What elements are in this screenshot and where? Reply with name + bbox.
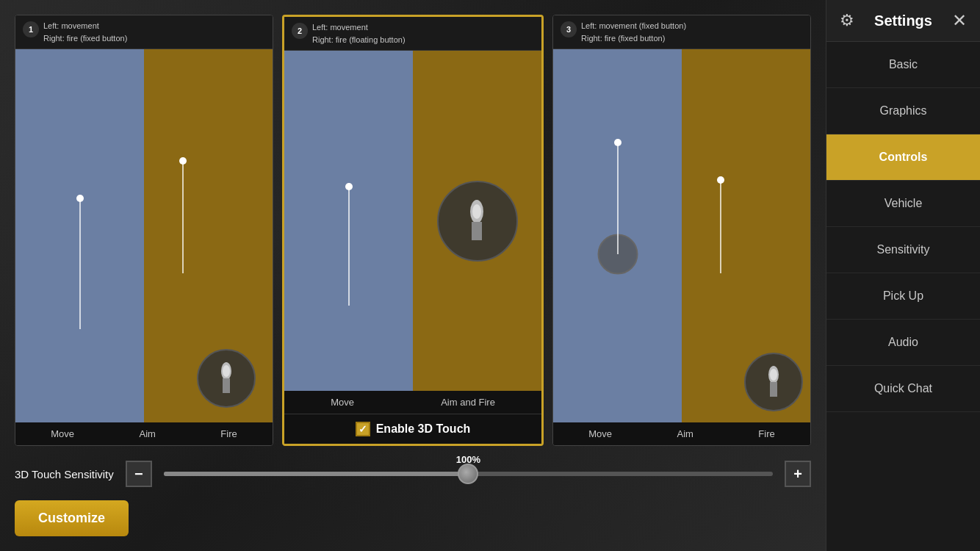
sidebar: ⚙ Settings ✕ Basic Graphics Controls Veh… <box>826 0 980 551</box>
sidebar-item-basic[interactable]: Basic <box>826 42 980 88</box>
sidebar-header: ⚙ Settings ✕ <box>826 0 980 42</box>
aim-circle-2 <box>437 181 518 262</box>
card-number-1: 1 <box>23 21 39 37</box>
label-fire-1: Fire <box>220 428 237 439</box>
card-labels-2: Move Aim and Fire <box>284 391 541 414</box>
svg-point-2 <box>223 365 230 377</box>
card-header-2: 2 Left: movement Right: fire (floating b… <box>284 17 541 51</box>
aim-circle-3 <box>744 353 803 411</box>
slider-plus-button[interactable]: + <box>785 461 811 487</box>
sidebar-item-vehicle[interactable]: Vehicle <box>826 181 980 227</box>
card-desc-1: Left: movement Right: fire (fixed button… <box>43 20 127 44</box>
sidebar-nav: Basic Graphics Controls Vehicle Sensitiv… <box>826 42 980 551</box>
customize-button[interactable]: Customize <box>15 500 129 536</box>
label-aim-3: Aim <box>677 428 693 439</box>
sidebar-item-pickup[interactable]: Pick Up <box>826 273 980 320</box>
sensitivity-label: 3D Touch Sensitivity <box>15 468 114 480</box>
card-desc-2: Left: movement Right: fire (floating but… <box>312 21 406 46</box>
label-move-2: Move <box>331 397 354 408</box>
card-number-2: 2 <box>292 23 308 39</box>
svg-rect-1 <box>223 378 230 393</box>
label-fire-3: Fire <box>758 428 774 439</box>
sidebar-item-controls[interactable]: Controls <box>826 134 980 181</box>
card-header-1: 1 Left: movement Right: fire (fixed butt… <box>15 15 273 49</box>
checkbox-check-icon: ✓ <box>359 423 367 435</box>
card-desc-3: Left: movement (fixed button) Right: fir… <box>581 20 686 44</box>
cards-container: 1 Left: movement Right: fire (fixed butt… <box>15 15 811 446</box>
gear-icon: ⚙ <box>840 11 854 30</box>
svg-rect-7 <box>770 382 777 397</box>
touch-option[interactable]: ✓ Enable 3D Touch <box>284 414 541 444</box>
card-visual-2 <box>284 51 541 391</box>
bottom-bar: 3D Touch Sensitivity − 100% + <box>15 453 811 494</box>
card-labels-3: Move Aim Fire <box>553 422 810 445</box>
sidebar-item-audio[interactable]: Audio <box>826 320 980 366</box>
move-line-1 <box>79 198 81 329</box>
svg-rect-4 <box>472 222 482 240</box>
bullet-svg-1 <box>212 360 241 397</box>
main-content: 1 Left: movement Right: fire (fixed butt… <box>0 0 826 551</box>
sidebar-item-sensitivity[interactable]: Sensitivity <box>826 227 980 273</box>
sidebar-item-quickchat[interactable]: Quick Chat <box>826 366 980 412</box>
label-aim-1: Aim <box>140 428 156 439</box>
sidebar-title: Settings <box>874 12 932 29</box>
slider-track[interactable] <box>164 472 773 476</box>
bullet-svg-3 <box>759 364 788 400</box>
card-number-3: 3 <box>561 21 577 37</box>
label-move-3: Move <box>588 428 612 439</box>
touch-label: Enable 3D Touch <box>376 422 471 436</box>
control-card-3[interactable]: 3 Left: movement (fixed button) Right: f… <box>552 15 811 446</box>
aim-line-1 <box>182 161 184 273</box>
label-move-1: Move <box>51 428 74 439</box>
close-icon[interactable]: ✕ <box>952 10 967 31</box>
control-card-1[interactable]: 1 Left: movement Right: fire (fixed butt… <box>15 15 273 446</box>
aim-line-3 <box>720 180 721 273</box>
card-visual-1 <box>15 49 273 422</box>
card-visual-3 <box>553 49 810 422</box>
card-header-3: 3 Left: movement (fixed button) Right: f… <box>553 15 810 49</box>
slider-container: 100% <box>164 472 773 476</box>
slider-fill <box>164 472 469 476</box>
label-aimfire-2: Aim and Fire <box>441 397 495 408</box>
slider-minus-button[interactable]: − <box>126 461 152 487</box>
slider-thumb[interactable] <box>458 464 478 484</box>
card-labels-1: Move Aim Fire <box>15 422 273 445</box>
control-card-2[interactable]: 2 Left: movement Right: fire (floating b… <box>282 15 544 446</box>
svg-point-8 <box>770 369 777 381</box>
touch-checkbox[interactable]: ✓ <box>356 422 370 436</box>
bullet-svg-2 <box>457 197 497 245</box>
svg-point-5 <box>472 204 481 219</box>
move-line-2 <box>348 187 350 306</box>
sidebar-item-graphics[interactable]: Graphics <box>826 88 980 134</box>
move-line-3 <box>617 143 619 254</box>
aim-circle-1 <box>197 349 256 408</box>
